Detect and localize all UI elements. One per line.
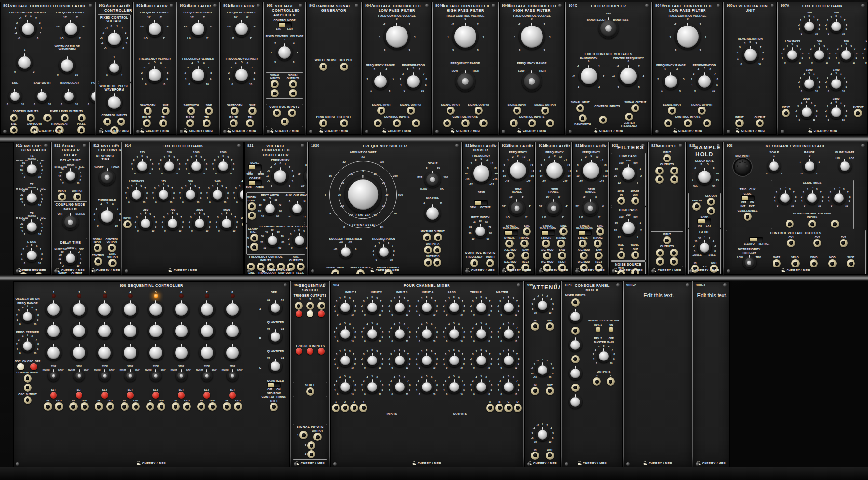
jack[interactable] [271, 80, 279, 88]
in-jack[interactable]: IN [95, 399, 103, 411]
4000-knob[interactable]: 4000012345678910 [231, 180, 244, 208]
knob[interactable]: 012345678910 [496, 374, 522, 400]
out-jack[interactable]: OUT [81, 399, 89, 411]
knob[interactable]: NORMSTOPSKIP [195, 364, 219, 388]
jack[interactable] [340, 63, 348, 71]
sine-jack[interactable]: SINE [248, 104, 257, 115]
mixture-knob[interactable]: MIXTUREAB [417, 196, 448, 229]
jack[interactable] [374, 119, 382, 127]
knob[interactable] [566, 364, 584, 383]
jack[interactable] [27, 114, 35, 122]
c-jack[interactable]: C [504, 400, 513, 412]
triang-jack[interactable]: TRIANG [556, 236, 566, 248]
jack[interactable]: S [247, 243, 258, 251]
tri-jack[interactable]: TRI [203, 116, 211, 127]
set-button[interactable] [76, 392, 82, 399]
control-jack[interactable]: CONTROL [92, 254, 105, 266]
2800-knob[interactable]: 2800012345678910 [823, 97, 849, 126]
in-jack[interactable]: IN [44, 399, 52, 411]
set-button[interactable] [101, 392, 108, 399]
aux-out-level-knob[interactable]: AUX. OUT LEVEL012345678910 [286, 225, 307, 253]
knob[interactable]: 012345678910 [332, 347, 358, 373]
synch-jack[interactable]: SYNCH. [578, 236, 588, 248]
frequency-vernier-knob[interactable]: FREQUENCY VERNIER012345678910 [226, 57, 258, 91]
output-jack[interactable]: OUTPUT [312, 429, 323, 441]
out-jack[interactable]: OUT [546, 319, 554, 331]
jack[interactable] [656, 249, 664, 257]
knob[interactable] [171, 320, 192, 342]
knob[interactable]: 122050100200500125 [613, 213, 644, 243]
sust-jack[interactable]: SUST. [847, 256, 855, 267]
knob[interactable] [566, 336, 584, 354]
regeneration-knob[interactable]: REGENERATION012345678910 [398, 64, 429, 97]
jack[interactable] [433, 258, 441, 267]
d-jack[interactable]: D [514, 400, 522, 412]
in-jack[interactable]: IN [146, 399, 154, 411]
jack[interactable] [271, 89, 279, 97]
knob[interactable]: -5-4-3-2-10123456 [99, 24, 130, 54]
jack[interactable] [306, 302, 314, 310]
a-jack[interactable]: A [486, 400, 494, 412]
cv1-jack[interactable]: CV1 [787, 236, 795, 247]
osc-output-jack[interactable]: OSC. OUTPUT [18, 393, 37, 404]
triang-jack[interactable]: TRIANG [519, 236, 529, 248]
frequency-jack[interactable]: FREQUENCY [466, 255, 483, 267]
signal-output-jack[interactable]: SIGNAL OUTPUT [534, 103, 556, 115]
jack[interactable] [78, 114, 86, 122]
knob[interactable] [145, 342, 166, 363]
knob[interactable]: 251020501002005001246810M-SEC.SEC. [57, 245, 83, 271]
knob[interactable] [120, 342, 141, 363]
jack[interactable]: 1 [297, 431, 308, 439]
control-mode-switch[interactable]: CONTROL MODELIN.EXP. [273, 19, 295, 30]
cv2-jack[interactable]: CV2 [813, 236, 821, 247]
pulse-jack[interactable]: PULSE [229, 116, 238, 127]
scale-knob[interactable]: SCALEZEROEXP5505005K [417, 162, 448, 195]
jack[interactable] [664, 119, 672, 127]
jack[interactable]: CENTER FREQUENCY [616, 113, 643, 127]
frequency-range-knob[interactable]: FREQUENCY RANGELO32'16'8'4'2' [226, 11, 257, 44]
frequency-knob[interactable]: FREQUENCY-12-10-8-6-4-20+2+4+6+8+10+12SE… [501, 151, 535, 190]
knob[interactable] [68, 299, 90, 320]
jack[interactable] [340, 119, 348, 127]
knob[interactable] [43, 299, 64, 320]
jack[interactable] [670, 175, 678, 184]
frequency-range-knob[interactable]: FREQUENCY RANGELO32'16'8'4'2' [55, 11, 86, 44]
in-jack[interactable]: IN [69, 399, 78, 411]
sawtooth-knob[interactable]: SAWTOOTH010 [29, 81, 55, 110]
range-knob[interactable]: RANGE32'16'8'4'2'1' [297, 159, 307, 192]
signal-input-jack[interactable]: SIGNAL INPUT [92, 238, 103, 252]
on-switch[interactable]: ONOFF [609, 323, 614, 340]
set-button[interactable] [50, 392, 57, 399]
sine-jack[interactable]: SINE [596, 224, 604, 236]
1400-knob[interactable]: 1400012345678910 [204, 180, 231, 208]
frequency-knob[interactable]: FREQUENCY-12-10-8-6-4-20+2+4+6+8+10+12SE… [574, 151, 608, 190]
frequency-range-knob[interactable]: FREQUENCY RANGELOWHIGH [515, 62, 549, 99]
frequency-knob[interactable]: FREQUENCY-12-10-8-6-4-20+2+4+6+8+10+12SE… [464, 154, 498, 193]
pulse-jack[interactable]: PULSE [186, 116, 194, 127]
master-gain-knob[interactable]: MASTER GAIN012345678910 [591, 341, 617, 369]
osc-off-button[interactable] [30, 363, 37, 370]
jack[interactable] [528, 119, 536, 127]
fixed-control-voltage-knob[interactable]: FIXED CONTROL VOLTAGE-5-4-3-2-10123456 [9, 11, 47, 44]
knob[interactable]: 012345678910 [332, 374, 358, 400]
b-jack[interactable]: B [495, 400, 503, 412]
saw-jack[interactable]: SAW [521, 248, 529, 260]
500-knob[interactable]: 500012345678910 [806, 40, 832, 68]
control-input-jack[interactable]: CONTROL INPUT [16, 371, 38, 383]
output-jack[interactable]: OUTPUT [755, 116, 766, 127]
jack[interactable] [43, 114, 52, 122]
jack[interactable] [670, 167, 678, 175]
jack[interactable] [412, 119, 420, 127]
jack[interactable] [433, 246, 441, 254]
a-c-mod-jack[interactable]: A.C. MOD [504, 248, 516, 260]
output-jack[interactable]: OUTPUT [241, 216, 244, 228]
signal-input-jack[interactable]: SIGNAL INPUT [372, 103, 391, 115]
jack[interactable] [599, 116, 607, 124]
input-jack[interactable]: INPUT [123, 216, 132, 228]
125-knob[interactable]: 125012345678910 [129, 151, 155, 179]
jack[interactable] [670, 257, 678, 266]
signal-output-jack[interactable]: SIGNAL OUTPUT [400, 103, 422, 115]
red-button[interactable] [318, 348, 325, 355]
350-knob[interactable]: 350012345678910 [156, 151, 182, 179]
coarse-switch[interactable]: COARSESUBAUDIO [246, 177, 264, 188]
